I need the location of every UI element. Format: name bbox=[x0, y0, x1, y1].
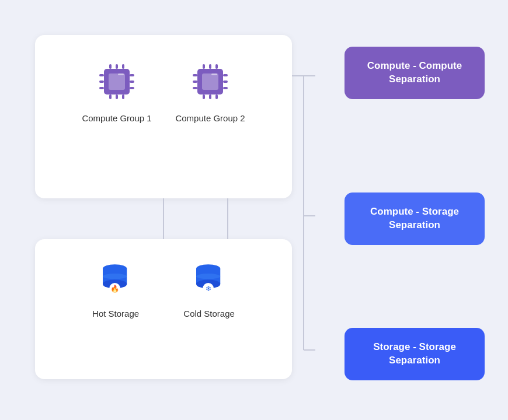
cpu-icon-1 bbox=[93, 58, 140, 105]
svg-rect-26 bbox=[223, 74, 228, 76]
svg-rect-25 bbox=[193, 87, 197, 89]
svg-rect-3 bbox=[116, 64, 118, 69]
cold-storage-item: ❄ Cold Storage bbox=[183, 257, 235, 318]
storage-storage-btn[interactable]: Storage - Storage Separation bbox=[345, 328, 485, 380]
storage-box: 🔥 Hot Storage ❄ Cold Storage bbox=[35, 239, 292, 379]
svg-rect-14 bbox=[118, 74, 124, 75]
svg-text:🔥: 🔥 bbox=[110, 284, 120, 293]
svg-rect-28 bbox=[223, 87, 228, 89]
svg-rect-12 bbox=[130, 80, 134, 83]
cpu-icon-2 bbox=[187, 58, 234, 105]
svg-rect-20 bbox=[203, 94, 205, 99]
svg-rect-8 bbox=[99, 74, 104, 76]
svg-rect-10 bbox=[99, 87, 104, 89]
svg-rect-4 bbox=[122, 64, 124, 69]
compute-group-2-label: Compute Group 2 bbox=[175, 113, 245, 123]
svg-rect-16 bbox=[202, 74, 218, 90]
svg-rect-24 bbox=[193, 80, 197, 83]
compute-storage-btn[interactable]: Compute - Storage Separation bbox=[345, 192, 485, 245]
svg-rect-23 bbox=[193, 74, 197, 76]
svg-rect-18 bbox=[209, 64, 211, 69]
svg-point-39 bbox=[196, 274, 220, 279]
svg-rect-19 bbox=[215, 64, 218, 69]
cold-storage-label: Cold Storage bbox=[183, 309, 235, 318]
compute-group-2-item: Compute Group 2 bbox=[175, 58, 245, 123]
svg-rect-5 bbox=[109, 94, 112, 99]
svg-rect-29 bbox=[211, 74, 217, 75]
svg-rect-22 bbox=[215, 94, 218, 99]
compute-group-1-item: Compute Group 1 bbox=[82, 58, 151, 123]
cold-storage-icon: ❄ bbox=[187, 257, 231, 300]
svg-point-33 bbox=[103, 274, 127, 279]
svg-rect-2 bbox=[109, 64, 112, 69]
svg-rect-17 bbox=[203, 64, 205, 69]
hot-storage-item: 🔥 Hot Storage bbox=[92, 257, 139, 318]
compute-box: Compute Group 1 bbox=[35, 35, 292, 198]
svg-text:❄: ❄ bbox=[205, 285, 211, 293]
compute-group-1-label: Compute Group 1 bbox=[82, 113, 151, 123]
svg-rect-21 bbox=[209, 94, 211, 99]
diagram-container: Compute Group 1 bbox=[0, 0, 508, 420]
svg-rect-1 bbox=[109, 74, 125, 90]
svg-rect-27 bbox=[223, 80, 228, 83]
hot-storage-icon: 🔥 bbox=[94, 257, 138, 300]
hot-storage-label: Hot Storage bbox=[92, 309, 139, 318]
compute-compute-btn[interactable]: Compute - Compute Separation bbox=[345, 47, 485, 99]
svg-rect-11 bbox=[130, 74, 134, 76]
svg-rect-9 bbox=[99, 80, 104, 83]
svg-rect-7 bbox=[122, 94, 124, 99]
svg-rect-6 bbox=[116, 94, 118, 99]
svg-rect-13 bbox=[130, 87, 134, 89]
